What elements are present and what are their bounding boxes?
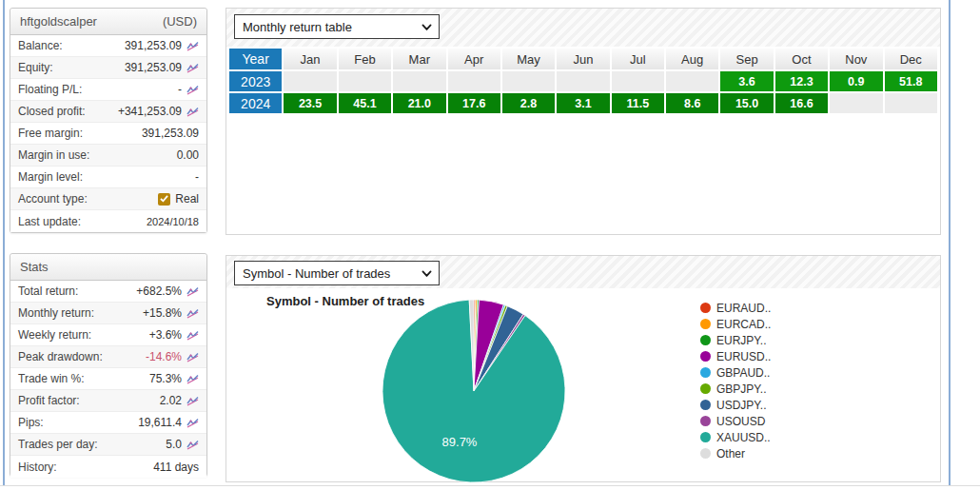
row-value: +341,253.09 bbox=[118, 105, 182, 118]
row-label: Closed profit: bbox=[18, 105, 86, 118]
chart-icon[interactable] bbox=[186, 418, 199, 428]
month-column-header: Nov bbox=[830, 49, 882, 69]
real-account-checkbox[interactable] bbox=[158, 193, 170, 206]
row-value-group: - bbox=[195, 170, 199, 184]
monthly-return-table: YearJanFebMarAprMayJunJulAugSepOctNovDec… bbox=[227, 47, 939, 115]
row-value: Real bbox=[175, 192, 199, 206]
account-info-panel: hftgoldscalper (USD) Balance:391,253.09E… bbox=[10, 8, 207, 233]
row-value: 19,611.4 bbox=[138, 416, 182, 429]
year-cell: 2024 bbox=[229, 93, 282, 113]
legend-label: GBPJPY.. bbox=[716, 382, 766, 396]
symbol-panel-toolbar: Symbol - Number of trades bbox=[226, 256, 940, 288]
legend-item-usousd: USOUSD bbox=[700, 415, 771, 427]
symbol-pie-chart: 89.7% bbox=[364, 290, 583, 490]
legend-item-euraud: EURAUD.. bbox=[700, 302, 771, 314]
chart-icon[interactable] bbox=[186, 286, 199, 297]
month-value-cell bbox=[448, 71, 500, 91]
info-row: Monthly return:+15.8% bbox=[10, 303, 206, 324]
symbol-view-dropdown-value: Symbol - Number of trades bbox=[243, 266, 390, 281]
row-value: 5.0 bbox=[166, 438, 182, 451]
month-value-cell bbox=[393, 71, 445, 91]
info-row: Account type:Real bbox=[10, 188, 206, 210]
month-value-cell: 51.8 bbox=[885, 71, 938, 91]
chart-icon[interactable] bbox=[186, 107, 199, 117]
chart-icon[interactable] bbox=[186, 63, 199, 73]
info-row: Weekly return:+3.6% bbox=[10, 324, 206, 346]
month-value-cell: 0.9 bbox=[830, 71, 882, 91]
row-label: Profit factor: bbox=[18, 394, 80, 407]
legend-color-dot bbox=[700, 383, 711, 394]
month-value-cell bbox=[830, 93, 882, 113]
legend-label: XAUUSD.. bbox=[716, 431, 771, 444]
legend-color-dot bbox=[700, 351, 711, 362]
info-row: Total return:+682.5% bbox=[10, 281, 206, 303]
row-value-group: +3.6% bbox=[149, 328, 199, 342]
month-value-cell: 3.1 bbox=[557, 93, 609, 113]
row-value-group: -14.6% bbox=[146, 350, 199, 363]
row-label: Total return: bbox=[18, 284, 78, 298]
row-value-group: 411 days bbox=[153, 461, 199, 474]
row-label: Floating P/L: bbox=[18, 83, 82, 96]
row-value-group: 75.3% bbox=[149, 372, 199, 385]
account-name: hftgoldscalper bbox=[20, 9, 97, 34]
legend-color-dot bbox=[700, 335, 711, 345]
row-label: Margin in use: bbox=[18, 148, 89, 162]
legend-color-dot bbox=[700, 416, 711, 426]
chevron-down-icon bbox=[421, 21, 433, 33]
legend-label: USDJPY.. bbox=[716, 399, 766, 412]
stats-rows: Total return:+682.5%Monthly return:+15.8… bbox=[10, 281, 206, 478]
legend-label: EURAUD.. bbox=[716, 302, 771, 315]
row-label: Pips: bbox=[18, 416, 44, 429]
row-value: 2.02 bbox=[160, 394, 182, 407]
row-label: History: bbox=[18, 461, 57, 474]
stats-title: Stats bbox=[20, 254, 49, 280]
table-header-row: YearJanFebMarAprMayJunJulAugSepOctNovDec bbox=[229, 49, 937, 69]
row-value-group: 391,253.09 bbox=[142, 127, 199, 140]
month-column-header: Aug bbox=[666, 49, 718, 69]
chart-icon[interactable] bbox=[186, 41, 199, 51]
year-cell: 2023 bbox=[229, 71, 282, 91]
row-value: +3.6% bbox=[149, 328, 182, 342]
page-left-border bbox=[3, 0, 5, 486]
chart-icon[interactable] bbox=[186, 396, 199, 406]
legend-color-dot bbox=[700, 448, 711, 459]
chart-icon[interactable] bbox=[186, 352, 199, 363]
row-label: Free margin: bbox=[18, 127, 83, 140]
chart-icon[interactable] bbox=[186, 330, 199, 341]
chart-icon[interactable] bbox=[186, 440, 199, 450]
row-value: - bbox=[195, 170, 199, 184]
month-value-cell: 11.5 bbox=[612, 93, 664, 113]
legend-item-eurusd: EURUSD.. bbox=[700, 350, 771, 363]
row-label: Trade win %: bbox=[18, 372, 85, 385]
month-column-header: May bbox=[502, 49, 555, 69]
chart-icon[interactable] bbox=[186, 374, 199, 384]
month-value-cell: 16.6 bbox=[775, 93, 828, 113]
info-row: Last update:2024/10/18 bbox=[10, 210, 206, 232]
row-value-group: Real bbox=[158, 192, 199, 206]
row-value: 391,253.09 bbox=[142, 127, 199, 140]
legend-item-gbpjpy: GBPJPY.. bbox=[700, 382, 771, 395]
chart-icon[interactable] bbox=[186, 308, 199, 319]
symbol-view-dropdown[interactable]: Symbol - Number of trades bbox=[234, 261, 440, 285]
row-value: +682.5% bbox=[136, 284, 182, 298]
row-value: 411 days bbox=[153, 461, 199, 474]
month-column-header: Jul bbox=[612, 49, 664, 69]
row-value-group: 391,253.09 bbox=[125, 61, 199, 74]
month-value-cell: 45.1 bbox=[339, 93, 391, 113]
month-value-cell bbox=[339, 71, 391, 91]
monthly-view-dropdown[interactable]: Monthly return table bbox=[234, 14, 440, 39]
pie-slice-percentage-label: 89.7% bbox=[442, 435, 478, 449]
legend-item-usdjpy: USDJPY.. bbox=[700, 399, 771, 411]
row-value: -14.6% bbox=[146, 350, 182, 363]
legend-color-dot bbox=[700, 303, 711, 313]
legend-label: EURCAD.. bbox=[716, 318, 771, 331]
chart-icon[interactable] bbox=[186, 85, 199, 95]
legend-color-dot bbox=[700, 367, 711, 378]
legend-item-eurcad: EURCAD.. bbox=[700, 318, 771, 330]
month-column-header: Apr bbox=[448, 49, 500, 69]
month-column-header: Feb bbox=[339, 49, 391, 69]
page-right-border bbox=[949, 0, 951, 486]
symbol-trades-panel: Symbol - Number of trades Symbol - Numbe… bbox=[225, 255, 941, 482]
row-value-group: +15.8% bbox=[143, 306, 199, 320]
row-label: Peak drawdown: bbox=[18, 350, 103, 363]
